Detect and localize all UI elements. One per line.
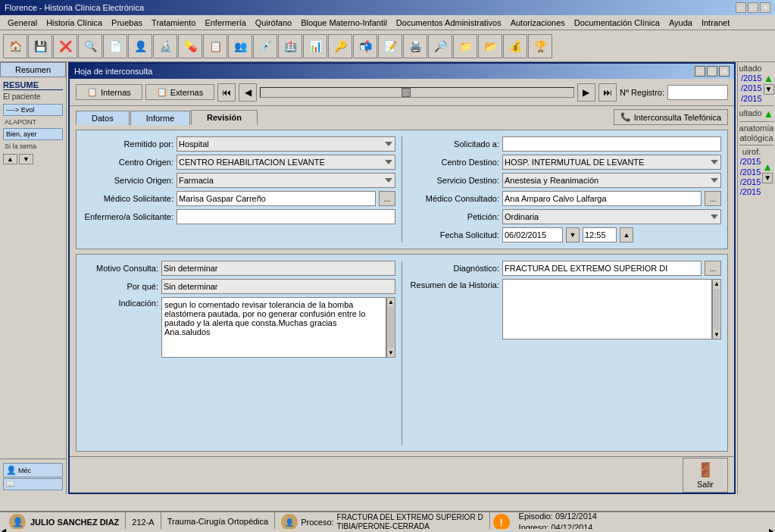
menu-intranet[interactable]: Intranet bbox=[697, 17, 734, 29]
next-btn[interactable]: ▶ bbox=[577, 83, 595, 102]
toolbar-btn-18[interactable]: 🔎 bbox=[428, 34, 452, 58]
diagnostico-input[interactable]: FRACTURA DEL EXTREMO SUPERIOR DI bbox=[502, 261, 702, 276]
servicio-origen-select[interactable]: Farmacia bbox=[177, 173, 395, 188]
sidebar-scroll-down[interactable]: ▼ bbox=[19, 154, 33, 164]
toolbar-btn-19[interactable]: 📁 bbox=[453, 34, 477, 58]
peticion-select[interactable]: Ordinaria bbox=[502, 209, 721, 224]
scroll-left-icon[interactable]: ◀ bbox=[2, 527, 6, 533]
right-scroll-1[interactable]: ▼ bbox=[764, 84, 774, 95]
menu-enfermeria[interactable]: Enfermería bbox=[200, 17, 250, 29]
right-scroll-4[interactable]: ▼ bbox=[762, 173, 773, 183]
minimize-btn[interactable]: − bbox=[736, 2, 746, 13]
tab-datos[interactable]: Datos bbox=[76, 111, 130, 125]
resumen-scrollbar[interactable]: ▲ ▼ bbox=[712, 279, 721, 340]
remitido-select[interactable]: Hospital bbox=[177, 136, 395, 152]
toolbar-btn-21[interactable]: 💰 bbox=[503, 34, 527, 58]
sidebar-nav-2[interactable]: Bien, ayer bbox=[3, 128, 63, 140]
patient-text: El paciente bbox=[3, 92, 63, 101]
dialog-minimize[interactable]: − bbox=[695, 66, 705, 77]
scroll-up-icon[interactable]: ▲ bbox=[388, 299, 394, 305]
internas-btn[interactable]: 📋 Internas bbox=[76, 84, 142, 100]
toolbar-btn-22[interactable]: 🏆 bbox=[528, 34, 552, 58]
toolbar-btn-20[interactable]: 📂 bbox=[478, 34, 502, 58]
toolbar-btn-9[interactable]: 📋 bbox=[203, 34, 227, 58]
first-btn[interactable]: ⏮ bbox=[217, 83, 236, 102]
indicacion-scrollbar[interactable]: ▲ ▼ bbox=[386, 297, 395, 358]
toolbar-btn-10[interactable]: 👥 bbox=[228, 34, 252, 58]
green-arrow-up-4[interactable]: ▲ bbox=[762, 161, 773, 172]
toolbar-btn-8[interactable]: 💊 bbox=[178, 34, 202, 58]
diagnostico-label: Diagnóstico: bbox=[408, 264, 499, 273]
centro-destino-select[interactable]: HOSP. INTERMUTUAL DE LEVANTE bbox=[502, 155, 721, 170]
salir-button[interactable]: 🚪 Salir bbox=[683, 458, 728, 493]
fecha-input[interactable]: 06/02/2015 bbox=[502, 227, 563, 243]
close-btn[interactable]: ✕ bbox=[760, 2, 770, 13]
toolbar-btn-4[interactable]: 🔍 bbox=[78, 34, 102, 58]
toolbar-btn-2[interactable]: 💾 bbox=[28, 34, 52, 58]
maximize-btn[interactable]: □ bbox=[748, 2, 758, 13]
dialog-close[interactable]: ✕ bbox=[719, 66, 730, 77]
toolbar-btn-15[interactable]: 📬 bbox=[353, 34, 377, 58]
toolbar-btn-16[interactable]: 📝 bbox=[378, 34, 402, 58]
menu-ayuda[interactable]: Ayuda bbox=[664, 17, 697, 29]
tab-revision[interactable]: Revisión bbox=[191, 110, 258, 125]
toolbar-btn-13[interactable]: 📊 bbox=[303, 34, 327, 58]
resumen-historia-textarea[interactable] bbox=[502, 279, 712, 340]
menu-quirofano[interactable]: Quirófano bbox=[251, 17, 296, 29]
green-arrow-up-1[interactable]: ▲ bbox=[764, 73, 774, 83]
medico-consultado-btn[interactable]: ... bbox=[705, 191, 721, 206]
diagnostico-btn[interactable]: ... bbox=[705, 261, 721, 276]
hora-input[interactable]: 12:55 bbox=[583, 227, 617, 243]
resumen-scroll-down[interactable]: ▼ bbox=[714, 331, 720, 338]
green-arrow-up-2[interactable]: ▲ bbox=[764, 108, 774, 120]
sidebar-nav-1[interactable]: ----> Evol bbox=[3, 104, 63, 116]
menu-documentacion[interactable]: Documentación Clínica bbox=[570, 17, 664, 29]
telefonica-btn[interactable]: 📞 Interconsulta Telefónica bbox=[614, 109, 728, 125]
servicio-destino-select[interactable]: Anestesia y Reanimación bbox=[502, 173, 721, 188]
fecha-calendar-btn[interactable]: ▼ bbox=[566, 227, 580, 243]
scroll-down-icon[interactable]: ▼ bbox=[388, 349, 394, 356]
indicacion-label: Indicación: bbox=[83, 299, 158, 308]
tab-informe[interactable]: Informe bbox=[130, 111, 190, 125]
indicacion-textarea[interactable]: segun lo comentado revisar tolerancia de… bbox=[161, 297, 386, 358]
toolbar-btn-17[interactable]: 🖨️ bbox=[403, 34, 427, 58]
nav-slider[interactable] bbox=[260, 87, 574, 98]
medico-consultado-input[interactable]: Ana Amparo Calvo Lalfarga bbox=[502, 191, 702, 206]
menu-historia[interactable]: Historia Clínica bbox=[42, 17, 107, 29]
menu-documentos[interactable]: Documentos Administrativos bbox=[392, 17, 506, 29]
toolbar-btn-12[interactable]: 🏥 bbox=[278, 34, 302, 58]
solicitado-input[interactable] bbox=[502, 136, 721, 152]
dialog-maximize[interactable]: □ bbox=[707, 66, 717, 77]
toolbar-btn-11[interactable]: 💉 bbox=[253, 34, 277, 58]
toolbar-btn-7[interactable]: 🔬 bbox=[153, 34, 177, 58]
porque-select[interactable]: Sin determinar bbox=[161, 279, 395, 294]
resumen-tab[interactable]: Resumen bbox=[0, 62, 66, 77]
menu-general[interactable]: General bbox=[3, 17, 42, 29]
centro-origen-select[interactable]: CENTRO REHABILITACION LEVANTE bbox=[177, 155, 395, 170]
menu-pruebas[interactable]: Pruebas bbox=[107, 17, 147, 29]
status-bar: 👤 JULIO SANCHEZ DIAZ 212-A Trauma-Cirugí… bbox=[0, 511, 775, 532]
toolbar-btn-3[interactable]: ❌ bbox=[53, 34, 77, 58]
enfermero-input[interactable] bbox=[177, 209, 395, 224]
toolbar-btn-6[interactable]: 👤 bbox=[128, 34, 152, 58]
externas-btn[interactable]: 📋 Externas bbox=[145, 84, 214, 100]
scroll-right-icon[interactable]: ▶ bbox=[769, 527, 773, 533]
toolbar-btn-14[interactable]: 🔑 bbox=[328, 34, 352, 58]
toolbar-btn-5[interactable]: 📄 bbox=[103, 34, 127, 58]
registro-input[interactable] bbox=[667, 85, 728, 100]
menu-tratamiento[interactable]: Tratamiento bbox=[147, 17, 200, 29]
toolbar-btn-1[interactable]: 🏠 bbox=[3, 34, 27, 58]
warning-icon: ! bbox=[493, 514, 510, 530]
sidebar-medico[interactable]: 👤 Méc bbox=[3, 463, 63, 477]
sidebar-scroll-up[interactable]: ▲ bbox=[3, 154, 17, 164]
menu-autorizaciones[interactable]: Autorizaciones bbox=[506, 17, 570, 29]
menu-materno[interactable]: Bloque Materno-Infantil bbox=[296, 17, 392, 29]
last-btn[interactable]: ⏭ bbox=[598, 83, 617, 102]
prev-btn[interactable]: ◀ bbox=[239, 83, 257, 102]
medico-solicitante-input[interactable]: Marisa Gaspar Carreño bbox=[177, 191, 376, 206]
sidebar-book[interactable]: 📖 bbox=[3, 478, 63, 490]
medico-solicitante-btn[interactable]: ... bbox=[379, 191, 395, 206]
hora-up-btn[interactable]: ▲ bbox=[620, 227, 633, 243]
resumen-scroll-up[interactable]: ▲ bbox=[714, 280, 720, 287]
motivo-select[interactable]: Sin determinar bbox=[161, 261, 395, 276]
